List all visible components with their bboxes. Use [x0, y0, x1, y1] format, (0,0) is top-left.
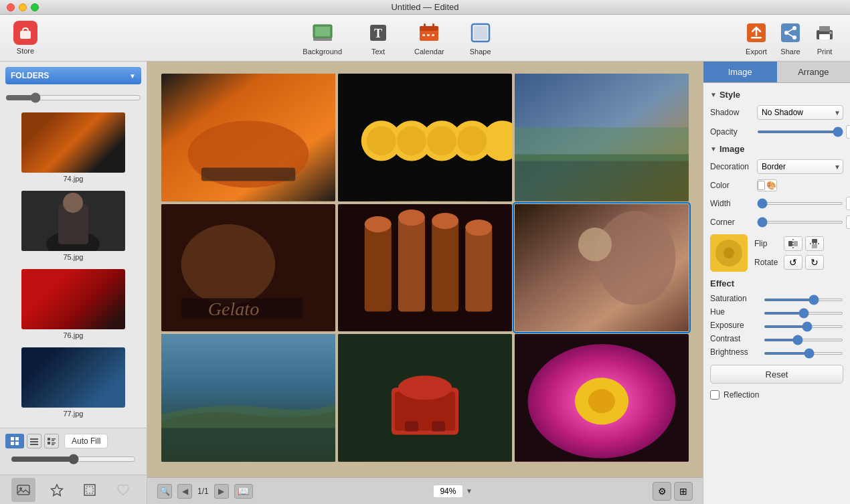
- style-collapse-arrow[interactable]: ▼: [710, 91, 717, 98]
- view-grid-button[interactable]: [5, 434, 24, 448]
- sidebar-item-76[interactable]: 76.jpg: [3, 265, 144, 343]
- footer-heart-button[interactable]: [111, 478, 135, 502]
- prev-page-button[interactable]: ◀: [177, 484, 192, 499]
- photo-cell-4[interactable]: Gelato: [161, 204, 335, 332]
- photo-cell-1[interactable]: [161, 74, 335, 201]
- canvas-content[interactable]: Gelato: [147, 62, 703, 477]
- opacity-value[interactable]: 100: [846, 125, 850, 139]
- tab-arrange[interactable]: Arrange: [777, 62, 851, 82]
- sidebar-thumb-77: [21, 347, 125, 408]
- photo-cell-8[interactable]: [338, 334, 512, 462]
- close-button[interactable]: [7, 3, 15, 11]
- shadow-select[interactable]: No Shadow Drop Shadow: [757, 105, 843, 120]
- sidebar-items: 74.jpg 75.jpg 76.jpg: [0, 106, 147, 428]
- sidebar-item-75[interactable]: 75.jpg: [3, 187, 144, 265]
- svg-rect-35: [30, 438, 38, 440]
- view-detail-button[interactable]: [44, 434, 59, 448]
- svg-rect-42: [52, 442, 56, 444]
- hue-slider[interactable]: [764, 312, 843, 315]
- saturation-slider-wrap: [764, 294, 843, 303]
- text-tool[interactable]: T Text: [361, 18, 396, 58]
- reflection-label: Reflection: [724, 390, 759, 400]
- book-view-button[interactable]: 📖: [234, 484, 253, 499]
- corner-label: Corner: [710, 218, 757, 227]
- brightness-slider[interactable]: [764, 352, 843, 355]
- photo-cell-3[interactable]: [515, 74, 689, 201]
- next-page-button[interactable]: ▶: [214, 484, 229, 499]
- sidebar-bottom-top: Auto Fill: [0, 428, 147, 454]
- footer-crop-button[interactable]: [78, 478, 102, 502]
- svg-point-77: [465, 220, 492, 236]
- footer-favorites-button[interactable]: [45, 478, 69, 502]
- sidebar-label-77: 77.jpg: [64, 410, 84, 418]
- exposure-slider[interactable]: [764, 325, 843, 328]
- photo-cell-7[interactable]: [161, 334, 335, 462]
- flip-vertical-button[interactable]: [805, 236, 824, 251]
- width-label: Width: [710, 199, 757, 208]
- width-slider[interactable]: [757, 202, 843, 205]
- shape-tool[interactable]: Shape: [463, 18, 498, 58]
- flip-horizontal-button[interactable]: [784, 236, 802, 251]
- share-button[interactable]: Share: [778, 21, 802, 56]
- svg-rect-24: [819, 26, 830, 31]
- saturation-slider[interactable]: [764, 299, 843, 301]
- color-swatch[interactable]: 🎨: [757, 179, 777, 191]
- store-button[interactable]: Store: [13, 21, 37, 55]
- contrast-slider[interactable]: [764, 339, 843, 341]
- svg-point-76: [432, 213, 458, 229]
- color-control: 🎨: [757, 179, 843, 191]
- folders-dropdown[interactable]: FOLDERS ▼: [5, 67, 141, 84]
- shadow-row: Shadow No Shadow Drop Shadow ▼: [710, 105, 843, 120]
- print-label: Print: [817, 48, 833, 56]
- sidebar-label-76: 76.jpg: [64, 331, 84, 339]
- hue-row: Hue: [710, 307, 843, 317]
- decoration-dropdown[interactable]: Border None Shadow ▼: [757, 159, 843, 174]
- photo-cell-9[interactable]: [515, 334, 689, 462]
- sidebar-item-74[interactable]: 74.jpg: [3, 108, 144, 187]
- sidebar-item-77[interactable]: 77.jpg: [3, 343, 144, 422]
- corner-value[interactable]: 0: [846, 216, 850, 229]
- print-button[interactable]: Print: [813, 21, 837, 56]
- image-collapse-arrow[interactable]: ▼: [710, 145, 717, 153]
- settings-icon[interactable]: ⚙: [653, 482, 671, 501]
- background-tool[interactable]: Background: [297, 18, 347, 58]
- zoom-in-icon[interactable]: 🔍: [157, 484, 172, 499]
- photo-cell-6[interactable]: [515, 204, 689, 332]
- footer-photos-button[interactable]: [11, 478, 35, 502]
- reset-button[interactable]: Reset: [710, 365, 843, 384]
- color-label: Color: [710, 181, 757, 190]
- thumb-size-slider[interactable]: [11, 454, 136, 465]
- store-icon: [13, 21, 37, 45]
- svg-rect-98: [812, 239, 817, 243]
- reflection-checkbox[interactable]: [710, 390, 719, 400]
- zoom-dropdown-arrow[interactable]: ▼: [466, 487, 473, 495]
- svg-rect-44: [17, 485, 29, 495]
- corner-slider[interactable]: [757, 221, 843, 224]
- shadow-dropdown[interactable]: No Shadow Drop Shadow ▼: [757, 105, 843, 120]
- rotate-cw-button[interactable]: ↻: [805, 255, 824, 270]
- layout-icon[interactable]: ⊞: [674, 482, 693, 501]
- minimize-button[interactable]: [19, 3, 27, 11]
- auto-fill-button[interactable]: Auto Fill: [64, 434, 108, 448]
- opacity-slider[interactable]: [757, 131, 843, 133]
- photo-cell-5[interactable]: [338, 204, 512, 332]
- width-row: Width 0 ▲ ▼: [710, 197, 843, 210]
- tab-image[interactable]: Image: [703, 62, 777, 82]
- decoration-select[interactable]: Border None Shadow: [757, 159, 843, 174]
- export-button[interactable]: Export: [744, 21, 768, 56]
- photo-cell-2[interactable]: [338, 74, 512, 201]
- calendar-tool[interactable]: Calendar: [409, 18, 450, 58]
- print-icon: [813, 21, 837, 45]
- svg-rect-10: [422, 34, 425, 36]
- sidebar-scroll-slider[interactable]: [5, 92, 141, 103]
- calendar-label: Calendar: [414, 48, 444, 56]
- sidebar-header: FOLDERS ▼: [0, 62, 147, 90]
- rotate-ccw-button[interactable]: ↺: [784, 255, 802, 270]
- svg-point-74: [365, 216, 392, 232]
- exposure-slider-wrap: [764, 321, 843, 330]
- titlebar: Untitled — Edited: [0, 0, 850, 15]
- view-list-button[interactable]: [27, 434, 41, 448]
- maximize-button[interactable]: [31, 3, 39, 11]
- svg-rect-32: [15, 437, 19, 440]
- width-value[interactable]: 0: [846, 197, 850, 210]
